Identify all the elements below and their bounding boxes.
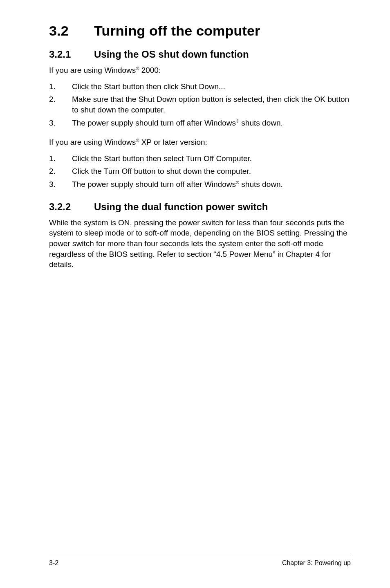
list-item: 2. Click the Turn Off button to shut dow… (49, 166, 351, 177)
subsection-heading: 3.2.1Using the OS shut down function (49, 49, 351, 60)
page: 3.2Turning off the computer 3.2.1Using t… (0, 0, 390, 588)
subsection-number: 3.2.1 (49, 49, 94, 60)
list-item: 2. Make sure that the Shut Down option b… (49, 94, 351, 115)
footer-title: Chapter 3: Powering up (282, 559, 351, 567)
section-number: 3.2 (49, 23, 94, 39)
list-item: 3. The power supply should turn off afte… (49, 118, 351, 128)
list-marker: 2. (49, 94, 72, 115)
list-text: The power supply should turn off after W… (72, 179, 351, 190)
registered-symbol: ® (236, 180, 239, 185)
list-marker: 1. (49, 81, 72, 92)
list-item: 1. Click the Start button then select Tu… (49, 153, 351, 164)
list-marker: 3. (49, 179, 72, 190)
list-text: Click the Turn Off button to shut down t… (72, 166, 351, 177)
body-paragraph: While the system is ON, pressing the pow… (49, 218, 351, 270)
list-text: Make sure that the Shut Down option butt… (72, 94, 351, 115)
intro-paragraph: If you are using Windows® 2000: (49, 65, 351, 76)
list-marker: 3. (49, 118, 72, 128)
ordered-list: 1. Click the Start button then click Shu… (49, 81, 351, 128)
text: 2000: (139, 66, 161, 74)
list-marker: 2. (49, 166, 72, 177)
text: XP or later version: (139, 138, 207, 146)
subsection-number: 3.2.2 (49, 201, 94, 213)
list-marker: 1. (49, 153, 72, 164)
subsection-title: Using the OS shut down function (94, 49, 249, 60)
page-number: 3-2 (49, 559, 58, 567)
text: The power supply should turn off after W… (72, 119, 236, 127)
text: shuts down. (239, 119, 283, 127)
text: If you are using Windows (49, 66, 136, 74)
subsection-heading: 3.2.2Using the dual function power switc… (49, 201, 351, 213)
section-heading: 3.2Turning off the computer (49, 23, 351, 39)
list-item: 1. Click the Start button then click Shu… (49, 81, 351, 92)
registered-symbol: ® (236, 118, 239, 123)
page-footer: 3-2 Chapter 3: Powering up (49, 556, 351, 567)
subsection-title: Using the dual function power switch (94, 201, 268, 212)
section-title: Turning off the computer (94, 23, 260, 38)
list-text: Click the Start button then click Shut D… (72, 81, 351, 92)
text: The power supply should turn off after W… (72, 180, 236, 189)
ordered-list: 1. Click the Start button then select Tu… (49, 153, 351, 190)
list-item: 3. The power supply should turn off afte… (49, 179, 351, 190)
list-text: The power supply should turn off after W… (72, 118, 351, 128)
text: If you are using Windows (49, 138, 136, 146)
list-text: Click the Start button then select Turn … (72, 153, 351, 164)
intro-paragraph: If you are using Windows® XP or later ve… (49, 137, 351, 148)
text: shuts down. (239, 180, 283, 189)
